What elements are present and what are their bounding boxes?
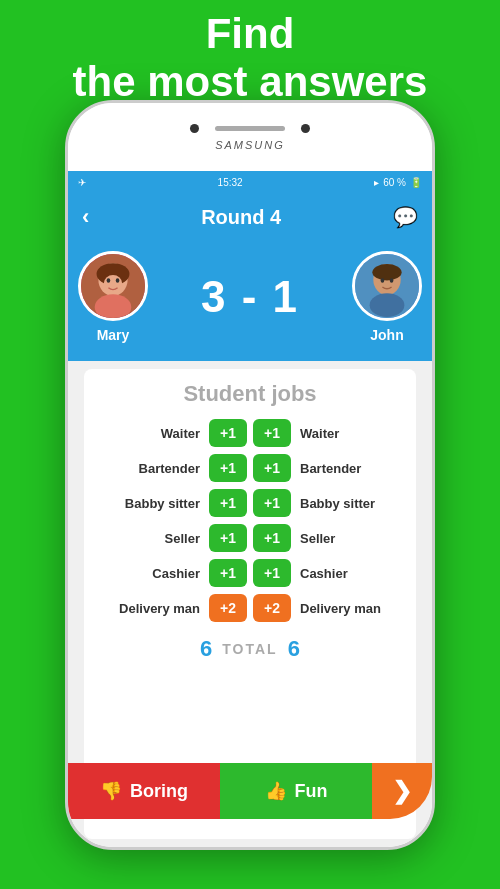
badge-right: +1	[253, 419, 291, 447]
battery-text: 60 %	[383, 177, 406, 188]
player-left-name: Mary	[97, 327, 130, 343]
game-header: ‹ Round 4 💬	[68, 193, 432, 241]
badge-left: +1	[209, 524, 247, 552]
svg-point-12	[370, 293, 405, 317]
headline: Find the most answers	[0, 10, 500, 107]
answer-row: Bartender+1+1Bartender	[94, 454, 406, 482]
avatar-john	[352, 251, 422, 321]
answer-label-left: Delivery man	[111, 601, 206, 616]
camera-left	[190, 124, 199, 133]
back-button[interactable]: ‹	[82, 204, 89, 230]
player-right-name: John	[370, 327, 403, 343]
score-display: 3 - 1	[201, 272, 299, 322]
headline-line2: the most answers	[0, 58, 500, 106]
answer-row: Seller+1+1Seller	[94, 524, 406, 552]
badge-left: +1	[209, 489, 247, 517]
answer-label-left: Babby sitter	[111, 496, 206, 511]
main-content: Student jobs Waiter+1+1WaiterBartender+1…	[68, 361, 432, 847]
player-left: Mary	[78, 251, 148, 343]
badge-left: +1	[209, 559, 247, 587]
phone-bezel-top: SAMSUNG	[68, 103, 432, 171]
answer-row: Babby sitter+1+1Babby sitter	[94, 489, 406, 517]
badge-right: +1	[253, 454, 291, 482]
samsung-logo: SAMSUNG	[215, 139, 285, 151]
signal-icon: ▸	[374, 177, 379, 188]
total-label: TOTAL	[222, 641, 277, 657]
next-button[interactable]: ❯	[372, 763, 432, 819]
status-time: 15:32	[218, 177, 243, 188]
battery-icon: 🔋	[410, 177, 422, 188]
answer-label-right: Babby sitter	[294, 496, 389, 511]
badge-right: +1	[253, 489, 291, 517]
airplane-icon: ✈	[78, 177, 86, 188]
answer-label-left: Bartender	[111, 461, 206, 476]
fun-label: Fun	[295, 781, 328, 802]
answer-label-right: Delivery man	[294, 601, 389, 616]
svg-point-10	[381, 278, 385, 283]
badge-right: +1	[253, 559, 291, 587]
answer-row: Waiter+1+1Waiter	[94, 419, 406, 447]
next-icon: ❯	[392, 777, 412, 805]
answer-label-left: Cashier	[111, 566, 206, 581]
chat-icon[interactable]: 💬	[393, 205, 418, 229]
score-separator: -	[242, 272, 273, 321]
speaker-grille	[215, 126, 285, 131]
answer-label-right: Waiter	[294, 426, 389, 441]
camera-right	[301, 124, 310, 133]
thumbs-up-icon: 👍	[265, 780, 287, 802]
fun-button[interactable]: 👍 Fun	[220, 763, 372, 819]
status-bar: ✈ 15:32 ▸ 60 % 🔋	[68, 171, 432, 193]
phone-shell: SAMSUNG ✈ 15:32 ▸ 60 % 🔋 ‹ Round 4 💬	[65, 100, 435, 850]
answer-label-left: Seller	[111, 531, 206, 546]
total-row: 6 TOTAL 6	[94, 636, 406, 662]
bottom-buttons: 👎 Boring 👍 Fun ❯	[68, 763, 432, 819]
answers-container: Waiter+1+1WaiterBartender+1+1BartenderBa…	[94, 419, 406, 622]
category-title: Student jobs	[94, 381, 406, 407]
score-section: Mary 3 - 1	[68, 241, 432, 361]
answer-label-left: Waiter	[111, 426, 206, 441]
answer-label-right: Bartender	[294, 461, 389, 476]
svg-point-11	[390, 278, 394, 283]
total-right: 6	[288, 636, 300, 662]
round-title: Round 4	[201, 206, 281, 229]
score-right: 1	[273, 272, 299, 321]
answer-row: Cashier+1+1Cashier	[94, 559, 406, 587]
avatar-mary	[78, 251, 148, 321]
score-left: 3	[201, 272, 227, 321]
status-left: ✈	[78, 177, 86, 188]
badge-right: +1	[253, 524, 291, 552]
headline-line1: Find	[0, 10, 500, 58]
badge-left: +1	[209, 454, 247, 482]
boring-button[interactable]: 👎 Boring	[68, 763, 220, 819]
boring-label: Boring	[130, 781, 188, 802]
status-right: ▸ 60 % 🔋	[374, 177, 422, 188]
total-left: 6	[200, 636, 212, 662]
phone-cameras	[190, 124, 310, 133]
svg-point-9	[372, 264, 401, 280]
badge-left: +1	[209, 419, 247, 447]
answer-label-right: Seller	[294, 531, 389, 546]
badge-right: +2	[253, 594, 291, 622]
answer-row: Delivery man+2+2Delivery man	[94, 594, 406, 622]
answer-label-right: Cashier	[294, 566, 389, 581]
phone-screen: ✈ 15:32 ▸ 60 % 🔋 ‹ Round 4 💬	[68, 171, 432, 847]
thumbs-down-icon: 👎	[100, 780, 122, 802]
svg-point-4	[107, 278, 111, 283]
svg-point-5	[116, 278, 120, 283]
player-right: John	[352, 251, 422, 343]
badge-left: +2	[209, 594, 247, 622]
